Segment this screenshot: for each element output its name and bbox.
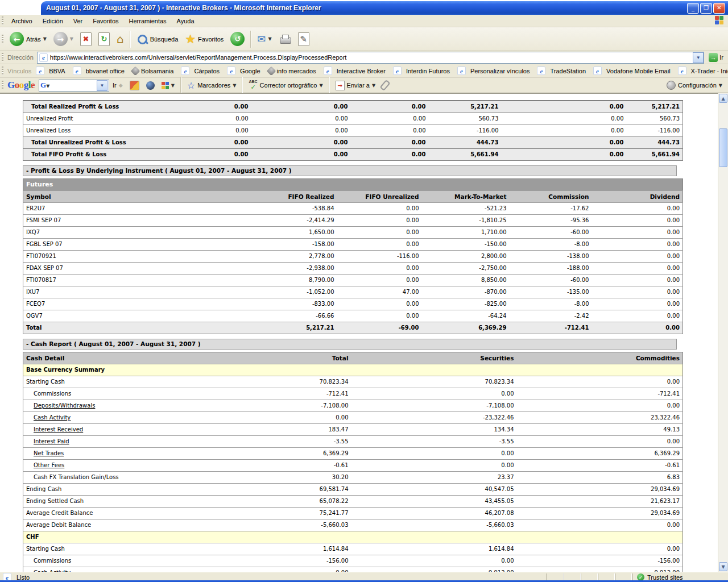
cash-detail-link[interactable]: Interest Paid: [34, 438, 69, 444]
mail-dropdown-icon[interactable]: ▼: [268, 36, 271, 41]
links-bar-item[interactable]: eInteractive Broker: [324, 66, 386, 75]
edit-button[interactable]: ✎: [295, 31, 313, 48]
links-bar-item[interactable]: eBBVA: [36, 66, 65, 75]
links-bar-item[interactable]: eInterdin Futuros: [393, 66, 450, 75]
settings-dropdown-icon[interactable]: ▼: [719, 83, 722, 88]
bookmarks-button[interactable]: ☆ Marcadores ▼: [184, 80, 240, 91]
restore-button[interactable]: ❐: [700, 3, 712, 14]
scroll-up-button[interactable]: ▲: [719, 94, 727, 103]
google-search-dropdown-icon[interactable]: ▼: [97, 80, 107, 91]
menu-item[interactable]: Favoritos: [88, 16, 123, 26]
cash-detail-link[interactable]: Deposits/Withdrawals: [34, 402, 95, 409]
address-url[interactable]: https://www.interactivebrokers.com/Unive…: [50, 54, 693, 61]
cash-detail-label[interactable]: Other Fees: [23, 459, 222, 471]
history-button[interactable]: ↺: [227, 30, 248, 48]
toolbar-grip[interactable]: [2, 66, 3, 76]
cash-detail-label[interactable]: Interest Received: [23, 423, 222, 435]
mail-button[interactable]: ✉ ▼: [254, 31, 275, 47]
close-button[interactable]: ✕: [713, 3, 725, 14]
link-label: TradeStation: [550, 68, 586, 74]
blocks-dropdown-icon[interactable]: ▼: [171, 83, 175, 88]
cell-value: -1,810.25: [422, 214, 510, 226]
address-dropdown-icon[interactable]: ▼: [693, 52, 704, 63]
cell-value: -870.00: [422, 286, 510, 298]
links-bar-item[interactable]: Bolsamania: [132, 66, 173, 75]
forward-button[interactable]: → ▼: [50, 30, 77, 48]
cell-value: -60.00: [510, 226, 592, 238]
ie-page-icon: e: [678, 66, 686, 75]
cell-value: -116.00: [429, 124, 502, 136]
minimize-button[interactable]: _: [687, 3, 699, 14]
send-to-label: Enviar a: [347, 82, 370, 89]
paperclip-icon[interactable]: [380, 80, 391, 91]
print-button[interactable]: [275, 32, 295, 46]
cash-detail-link[interactable]: Cash Activity: [34, 414, 71, 421]
cash-row: Ending Settled Cash65,078.2243,455.0521,…: [23, 495, 683, 507]
site-info-button[interactable]: [126, 81, 143, 90]
back-dropdown-icon[interactable]: ▼: [43, 36, 47, 41]
toolbar-grip[interactable]: [2, 16, 3, 26]
menu-item[interactable]: Edición: [38, 16, 68, 26]
send-to-button[interactable]: → Enviar a ▼: [332, 81, 379, 90]
cell-value: 0.00: [251, 101, 351, 113]
links-bar-item[interactable]: eVodafone Mobile Email: [593, 66, 671, 75]
toolbar-grip[interactable]: [2, 35, 3, 44]
toolbar-grip[interactable]: [2, 81, 3, 90]
google-search-input[interactable]: G▼ ▼: [39, 80, 109, 92]
scroll-down-button[interactable]: ▼: [719, 562, 727, 571]
earth-button[interactable]: [143, 81, 158, 90]
blocked-popups-button[interactable]: ▼: [158, 82, 178, 89]
cell-value: 1,710.00: [422, 226, 510, 238]
cash-detail-label[interactable]: Net Trades: [23, 447, 222, 459]
menu-item[interactable]: Ver: [68, 16, 88, 26]
links-bar-item[interactable]: eX-Trader - Inicio: [678, 66, 728, 75]
cash-section-header[interactable]: - Cash Report ( August 01, 2007 - August…: [23, 339, 677, 350]
links-bar-item[interactable]: eCárpatos: [181, 66, 220, 75]
cash-detail-label[interactable]: Cash Activity: [23, 411, 222, 423]
spellcheck-button[interactable]: ABC✓ Corrector ortográfico ▼: [245, 80, 326, 91]
link-label: Personalizar vínculos: [470, 68, 530, 74]
address-field[interactable]: e https://www.interactivebrokers.com/Uni…: [37, 52, 704, 64]
google-go-button[interactable]: Ir ◆: [109, 82, 126, 89]
cell-value: 0.00: [502, 148, 627, 160]
vertical-scrollbar[interactable]: ▲ ▼: [718, 93, 728, 572]
refresh-button[interactable]: ↻: [95, 31, 113, 48]
cell-value: 6,369.29: [517, 447, 683, 459]
column-header: FIFO Realized: [200, 190, 337, 202]
ie-page-icon: e: [537, 66, 545, 75]
go-button[interactable]: → Ir: [705, 53, 728, 62]
links-bar-item[interactable]: eTradeStation: [537, 66, 586, 75]
cash-detail-label[interactable]: Interest Paid: [23, 435, 222, 447]
links-bar-item[interactable]: info mercados: [268, 66, 316, 75]
cash-detail-link[interactable]: Other Fees: [34, 462, 64, 468]
cell-value: 0.00: [337, 262, 422, 274]
links-bar-item[interactable]: eGoogle: [227, 66, 260, 75]
back-button[interactable]: ← Atrás ▼: [6, 30, 50, 48]
send-to-dropdown-icon[interactable]: ▼: [372, 83, 375, 88]
cash-detail-label[interactable]: Deposits/Withdrawals: [23, 400, 222, 411]
links-bar-item[interactable]: ebbvanet office: [73, 66, 125, 75]
search-label: Búsqueda: [150, 36, 179, 43]
cash-row: Cash FX Translation Gain/Loss30.2023.376…: [23, 471, 683, 483]
settings-button[interactable]: Configuración ▼: [667, 81, 728, 90]
cell-value: 6.83: [517, 471, 683, 483]
home-button[interactable]: ⌂: [113, 31, 127, 48]
menu-item[interactable]: Ayuda: [172, 16, 200, 26]
links-bar-item[interactable]: ePersonalizar vínculos: [457, 66, 530, 75]
toolbar-grip[interactable]: [2, 53, 3, 62]
link-label: BBVA: [49, 68, 65, 74]
menu-item[interactable]: Herramientas: [124, 16, 172, 26]
cash-detail-link[interactable]: Net Trades: [34, 450, 64, 456]
cash-detail-link[interactable]: Interest Received: [34, 426, 83, 433]
stop-button[interactable]: ✖: [77, 31, 95, 48]
cash-detail-label[interactable]: Cash Activity: [23, 567, 222, 572]
menu-item[interactable]: Archivo: [6, 16, 38, 26]
spellcheck-dropdown-icon[interactable]: ▼: [319, 83, 322, 88]
favorites-button[interactable]: ★ Favoritos: [181, 31, 227, 48]
search-button[interactable]: Búsqueda: [133, 32, 182, 47]
pnl-section-header[interactable]: - Profit & Loss By Underlying Instrument…: [23, 165, 677, 176]
cash-detail-label: Average Credit Balance: [23, 507, 222, 519]
scrollbar-thumb[interactable]: [719, 128, 727, 167]
bookmarks-dropdown-icon[interactable]: ▼: [233, 83, 236, 88]
search-engine-dropdown-icon[interactable]: ▼: [46, 84, 49, 89]
